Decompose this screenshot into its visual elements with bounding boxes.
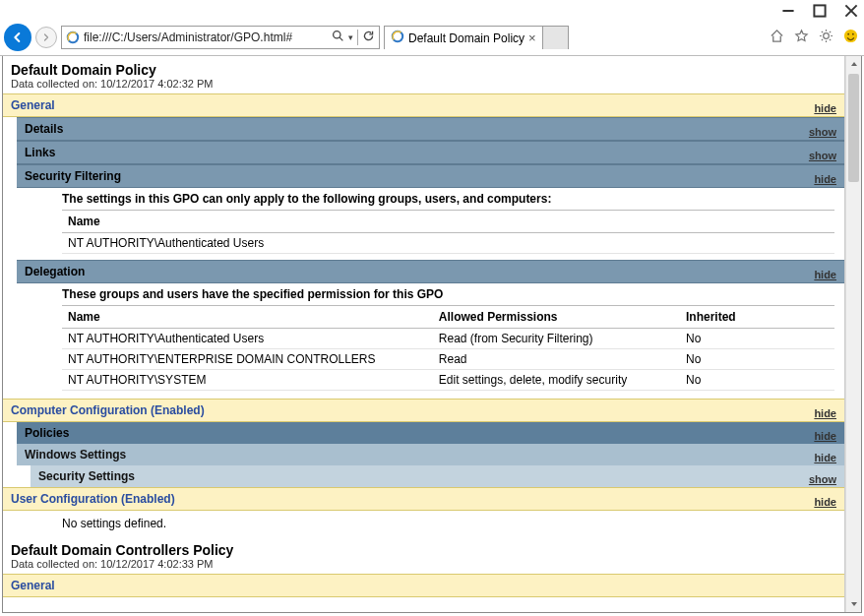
cell-inh: No	[680, 349, 834, 370]
maximize-button[interactable]	[813, 4, 827, 18]
cell-name: NT AUTHORITY\Authenticated Users	[62, 329, 433, 349]
gpo-title: Default Domain Policy	[3, 56, 844, 78]
section-general-label: General	[11, 98, 55, 112]
section-delegation[interactable]: Delegation hide	[17, 260, 844, 283]
section-links[interactable]: Links show	[17, 141, 844, 164]
page-content[interactable]: Default Domain Policy Data collected on:…	[3, 56, 845, 612]
gpo-title-2: Default Domain Controllers Policy	[3, 536, 844, 558]
back-button[interactable]	[4, 24, 31, 51]
section-security-filtering-label: Security Filtering	[25, 169, 121, 183]
table-row: NT AUTHORITY\SYSTEM Edit settings, delet…	[62, 370, 834, 391]
address-bar-text[interactable]: file:///C:/Users/Administrator/GPO.html#	[84, 31, 328, 44]
no-settings-text: No settings defined.	[62, 511, 844, 536]
col-permissions: Allowed Permissions	[433, 306, 680, 329]
tab-active[interactable]: Default Domain Policy ×	[384, 26, 543, 49]
col-inherited: Inherited	[680, 306, 834, 329]
svg-line-6	[339, 37, 342, 40]
new-tab-button[interactable]	[543, 26, 569, 49]
section-general[interactable]: General hide	[3, 93, 844, 117]
delegation-table: Name Allowed Permissions Inherited NT AU…	[62, 305, 834, 391]
toggle-show[interactable]: show	[809, 126, 836, 138]
close-button[interactable]	[844, 4, 858, 18]
forward-button[interactable]	[35, 27, 57, 48]
dropdown-icon[interactable]: ▾	[348, 32, 353, 42]
col-name: Name	[62, 211, 834, 233]
favorites-icon[interactable]	[794, 29, 809, 46]
cell-inh: No	[680, 370, 834, 391]
cell-name: NT AUTHORITY\Authenticated Users	[62, 233, 834, 254]
svg-point-10	[847, 33, 849, 35]
section-computer-configuration[interactable]: Computer Configuration (Enabled) hide	[3, 399, 844, 422]
scroll-down-arrow[interactable]	[846, 596, 861, 612]
section-security-filtering[interactable]: Security Filtering hide	[17, 164, 844, 188]
toggle-hide[interactable]: hide	[814, 430, 836, 442]
cell-inh: No	[680, 329, 834, 349]
feedback-smiley-icon[interactable]	[843, 29, 858, 46]
window-title-bar	[0, 0, 864, 22]
section-general-2-label: General	[11, 579, 55, 592]
cell-name: NT AUTHORITY\SYSTEM	[62, 370, 433, 391]
refresh-icon[interactable]	[362, 30, 375, 45]
table-row: NT AUTHORITY\Authenticated Users Read (f…	[62, 329, 834, 349]
section-general-2[interactable]: General	[3, 574, 844, 597]
vertical-scrollbar[interactable]	[845, 56, 861, 612]
browser-toolbar-right	[770, 29, 858, 46]
address-bar[interactable]: file:///C:/Users/Administrator/GPO.html#…	[61, 26, 380, 49]
section-windows-settings[interactable]: Windows Settings hide	[17, 444, 844, 465]
toggle-hide[interactable]: hide	[814, 407, 836, 419]
tools-icon[interactable]	[819, 29, 833, 46]
separator	[357, 30, 358, 45]
section-policies[interactable]: Policies hide	[17, 422, 844, 444]
section-delegation-label: Delegation	[25, 265, 85, 278]
section-user-configuration-label: User Configuration (Enabled)	[11, 492, 175, 506]
security-filtering-caption: The settings in this GPO can only apply …	[62, 188, 834, 210]
cell-perm: Read	[433, 349, 680, 370]
ie-favicon-icon	[391, 30, 404, 46]
browser-nav-bar: file:///C:/Users/Administrator/GPO.html#…	[0, 22, 864, 56]
toggle-show[interactable]: show	[809, 473, 836, 485]
address-bar-tools: ▾	[332, 30, 375, 45]
toggle-hide[interactable]: hide	[814, 452, 836, 463]
home-icon[interactable]	[770, 29, 784, 46]
toggle-hide[interactable]: hide	[814, 496, 836, 508]
security-filtering-body: The settings in this GPO can only apply …	[62, 188, 834, 254]
svg-point-8	[824, 33, 830, 39]
tab-title: Default Domain Policy	[408, 31, 525, 45]
gpo-collected-on: Data collected on: 10/12/2017 4:02:32 PM	[3, 78, 844, 93]
scrollbar-thumb[interactable]	[848, 74, 859, 182]
cell-perm: Edit settings, delete, modify security	[433, 370, 680, 391]
section-user-configuration[interactable]: User Configuration (Enabled) hide	[3, 487, 844, 511]
cell-perm: Read (from Security Filtering)	[433, 329, 680, 349]
search-icon[interactable]	[332, 30, 344, 45]
toggle-hide[interactable]: hide	[814, 269, 836, 280]
svg-point-5	[334, 31, 340, 38]
section-computer-configuration-label: Computer Configuration (Enabled)	[11, 403, 205, 417]
section-security-settings-label: Security Settings	[38, 469, 135, 483]
scroll-up-arrow[interactable]	[846, 56, 861, 72]
security-filtering-table: Name NT AUTHORITY\Authenticated Users	[62, 210, 834, 254]
svg-rect-1	[814, 5, 825, 16]
table-row: NT AUTHORITY\ENTERPRISE DOMAIN CONTROLLE…	[62, 349, 834, 370]
delegation-caption: These groups and users have the specifie…	[62, 283, 834, 305]
col-name: Name	[62, 306, 433, 329]
tab-strip: Default Domain Policy ×	[384, 26, 569, 49]
section-details-label: Details	[25, 122, 63, 136]
section-security-settings[interactable]: Security Settings show	[31, 465, 844, 487]
table-row: NT AUTHORITY\Authenticated Users	[62, 233, 834, 254]
section-links-label: Links	[25, 146, 55, 159]
tab-close-icon[interactable]: ×	[528, 31, 536, 45]
delegation-body: These groups and users have the specifie…	[62, 283, 834, 391]
toggle-show[interactable]: show	[809, 150, 836, 161]
minimize-button[interactable]	[781, 4, 795, 18]
cell-name: NT AUTHORITY\ENTERPRISE DOMAIN CONTROLLE…	[62, 349, 433, 370]
toggle-hide[interactable]: hide	[814, 173, 836, 185]
gpo-collected-on-2: Data collected on: 10/12/2017 4:02:33 PM	[3, 558, 844, 574]
svg-point-11	[852, 33, 854, 35]
section-policies-label: Policies	[25, 426, 69, 440]
section-windows-settings-label: Windows Settings	[25, 448, 126, 462]
browser-viewport: Default Domain Policy Data collected on:…	[2, 56, 862, 613]
section-details[interactable]: Details show	[17, 117, 844, 141]
ie-favicon-icon	[66, 31, 80, 44]
toggle-hide[interactable]: hide	[814, 102, 836, 114]
